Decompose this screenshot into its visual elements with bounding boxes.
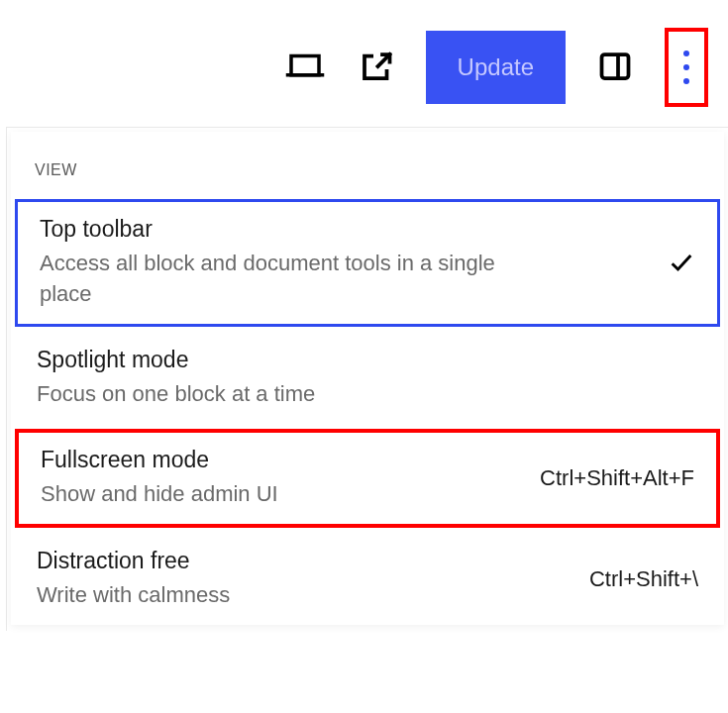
menu-item-description: Access all block and document tools in a… bbox=[40, 249, 495, 310]
sidebar-toggle-button[interactable] bbox=[593, 46, 637, 89]
panel-icon bbox=[597, 49, 633, 87]
svg-rect-3 bbox=[602, 54, 629, 78]
keyboard-shortcut: Ctrl+Shift+Alt+F bbox=[540, 465, 694, 491]
more-vertical-icon bbox=[683, 51, 689, 84]
menu-item-title: Top toolbar bbox=[40, 216, 668, 243]
menu-item-title: Distraction free bbox=[37, 548, 589, 574]
more-options-button[interactable] bbox=[665, 28, 708, 107]
section-label-view: VIEW bbox=[11, 132, 724, 199]
svg-rect-0 bbox=[291, 55, 319, 74]
top-toolbar: Update bbox=[0, 0, 728, 135]
menu-item-top-toolbar[interactable]: Top toolbar Access all block and documen… bbox=[15, 199, 720, 327]
check-icon bbox=[668, 249, 695, 276]
menu-item-description: Show and hide admin UI bbox=[41, 479, 496, 510]
menu-item-spotlight-mode[interactable]: Spotlight mode Focus on one block at a t… bbox=[15, 333, 720, 424]
menu-item-distraction-free[interactable]: Distraction free Write with calmness Ctr… bbox=[15, 534, 720, 625]
external-link-button[interactable] bbox=[355, 46, 398, 89]
keyboard-shortcut: Ctrl+Shift+\ bbox=[589, 566, 698, 592]
external-link-icon bbox=[359, 49, 394, 87]
options-dropdown: VIEW Top toolbar Access all block and do… bbox=[6, 127, 728, 631]
menu-item-description: Focus on one block at a time bbox=[37, 379, 492, 410]
update-button[interactable]: Update bbox=[426, 31, 566, 104]
menu-item-title: Fullscreen mode bbox=[41, 447, 540, 473]
menu-item-description: Write with calmness bbox=[37, 580, 492, 611]
menu-item-fullscreen-mode[interactable]: Fullscreen mode Show and hide admin UI C… bbox=[15, 429, 720, 528]
menu-item-title: Spotlight mode bbox=[37, 347, 698, 373]
device-preview-button[interactable] bbox=[283, 46, 327, 89]
laptop-icon bbox=[284, 46, 326, 90]
